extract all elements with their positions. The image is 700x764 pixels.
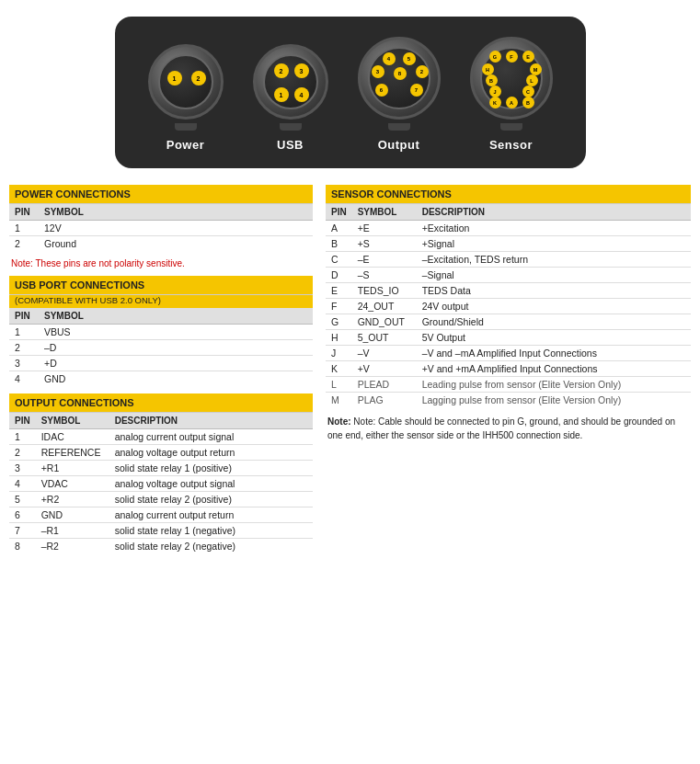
power-inner-ring: 1 2 xyxy=(158,54,213,109)
usb-row2-pin: 2 xyxy=(9,340,39,356)
power-section-header: POWER CONNECTIONS xyxy=(9,185,313,204)
sen-rG-sym: GND_OUT xyxy=(352,314,417,330)
sen-rM-pin: M xyxy=(326,393,352,408)
sen-rA-desc: +Excitation xyxy=(417,221,691,236)
usb-col-symbol: SYMBOL xyxy=(39,308,313,325)
power-col-pin: PIN xyxy=(9,204,39,221)
out-r2-desc: analog voltage output return xyxy=(109,445,313,461)
out-r6-desc: analog current output return xyxy=(109,507,313,523)
out-r5-sym: +R2 xyxy=(36,492,109,507)
sen-rB-desc: +Signal xyxy=(417,236,691,252)
out-r2-sym: REFERENCE xyxy=(36,445,109,461)
usb-col-pin: PIN xyxy=(9,308,39,325)
table-row: L PLEAD Leading pulse from sensor (Elite… xyxy=(326,377,691,393)
usb-pin-2: 2 xyxy=(274,63,289,78)
table-row: A +E +Excitation xyxy=(326,221,691,236)
sen-rL-pin: L xyxy=(326,377,352,393)
out-col-symbol: SYMBOL xyxy=(36,413,109,429)
power-col-symbol: SYMBOL xyxy=(39,204,313,221)
power-row1-pin: 1 xyxy=(9,221,39,236)
sensor-table: PIN SYMBOL DESCRIPTION A +E +Excitation … xyxy=(326,204,691,407)
table-row: C –E –Excitation, TEDS return xyxy=(326,252,691,268)
table-row: G GND_OUT Ground/Shield xyxy=(326,314,691,330)
tables-section: POWER CONNECTIONS PIN SYMBOL 1 12V 2 Gro… xyxy=(0,177,700,568)
power-connector: 1 2 Power xyxy=(148,44,224,152)
sen-rG-pin: G xyxy=(326,314,352,330)
sen-rG-desc: Ground/Shield xyxy=(417,314,691,330)
usb-section-header: USB PORT CONNECTIONS xyxy=(9,276,313,295)
usb-inner-ring: 2 3 1 4 xyxy=(263,54,318,109)
table-row: J –V –V and –mA Amplified Input Connecti… xyxy=(326,346,691,361)
table-row: 1 IDAC analog current output signal xyxy=(9,429,313,445)
sen-rM-sym: PLAG xyxy=(352,393,417,408)
power-tab xyxy=(175,123,197,131)
sensor-label: Sensor xyxy=(489,138,533,152)
sen-col-pin: PIN xyxy=(326,204,352,221)
table-row: 6 GND analog current output return xyxy=(9,507,313,523)
sen-rM-desc: Lagging pulse from sensor (Elite Version… xyxy=(417,393,691,408)
sen-rB-pin: B xyxy=(326,236,352,252)
out-pin-4: 4 xyxy=(383,52,396,65)
sen-pin-B-bot: B xyxy=(522,97,534,108)
output-section-header: OUTPUT CONNECTIONS xyxy=(9,393,313,413)
sen-rL-desc: Leading pulse from sensor (Elite Version… xyxy=(417,377,691,393)
usb-row1-pin: 1 xyxy=(9,325,39,340)
left-tables: POWER CONNECTIONS PIN SYMBOL 1 12V 2 Gro… xyxy=(9,185,322,561)
output-inner-ring: 4 5 3 8 2 6 7 xyxy=(368,47,430,109)
power-outer-ring: 1 2 xyxy=(148,44,224,120)
out-col-pin: PIN xyxy=(9,413,36,429)
usb-row4-pin: 4 xyxy=(9,371,39,387)
power-row2-pin: 2 xyxy=(9,236,39,252)
sensor-note: Note: Note: Cable should be connected to… xyxy=(326,415,691,442)
table-row: 1 VBUS xyxy=(9,325,313,340)
table-row: K +V +V and +mA Amplified Input Connecti… xyxy=(326,361,691,377)
usb-row1-symbol: VBUS xyxy=(39,325,313,340)
sen-rJ-desc: –V and –mA Amplified Input Connections xyxy=(417,346,691,361)
out-r3-pin: 3 xyxy=(9,461,36,476)
sen-rH-sym: 5_OUT xyxy=(352,330,417,346)
out-r5-desc: solid state relay 2 (positive) xyxy=(109,492,313,507)
output-tab xyxy=(388,123,410,131)
usb-outer-ring: 2 3 1 4 xyxy=(253,44,328,120)
sen-pin-A: A xyxy=(506,97,518,108)
usb-row4-symbol: GND xyxy=(39,371,313,387)
sen-rH-desc: 5V Output xyxy=(417,330,691,346)
out-r4-desc: analog voltage output signal xyxy=(109,476,313,492)
power-pin-2: 2 xyxy=(191,71,206,86)
out-r1-pin: 1 xyxy=(9,429,36,445)
out-pin-5: 5 xyxy=(403,52,416,65)
power-note: Note: These pins are not polarity sensit… xyxy=(9,258,313,268)
sen-rH-pin: H xyxy=(326,330,352,346)
sen-rK-desc: +V and +mA Amplified Input Connections xyxy=(417,361,691,377)
table-row: B +S +Signal xyxy=(326,236,691,252)
out-r7-desc: solid state relay 1 (negative) xyxy=(109,523,313,539)
usb-row3-pin: 3 xyxy=(9,356,39,371)
out-pin-2: 2 xyxy=(416,65,429,78)
table-row: F 24_OUT 24V output xyxy=(326,299,691,314)
sen-rF-desc: 24V output xyxy=(417,299,691,314)
power-row2-symbol: Ground xyxy=(39,236,313,252)
sensor-note-text: Note: Cable should be connected to pin G… xyxy=(327,416,675,440)
usb-section-subheader: (COMPATIBLE WITH USB 2.0 ONLY) xyxy=(9,295,313,308)
sen-rF-sym: 24_OUT xyxy=(352,299,417,314)
out-r1-desc: analog current output signal xyxy=(109,429,313,445)
sen-rK-pin: K xyxy=(326,361,352,377)
sen-rC-sym: –E xyxy=(352,252,417,268)
connector-diagram: 1 2 Power 2 3 1 4 USB xyxy=(0,0,700,177)
sen-rE-sym: TEDS_IO xyxy=(352,283,417,299)
usb-pin-3: 3 xyxy=(294,63,309,78)
out-r8-pin: 8 xyxy=(9,539,36,554)
table-row: 8 –R2 solid state relay 2 (negative) xyxy=(9,539,313,554)
sen-pin-K: K xyxy=(489,97,501,108)
sen-rJ-sym: –V xyxy=(352,346,417,361)
connector-box: 1 2 Power 2 3 1 4 USB xyxy=(115,17,586,168)
out-r5-pin: 5 xyxy=(9,492,36,507)
sen-rF-pin: F xyxy=(326,299,352,314)
table-row: 2 –D xyxy=(9,340,313,356)
table-row: 4 GND xyxy=(9,371,313,387)
out-r7-sym: –R1 xyxy=(36,523,109,539)
power-label: Power xyxy=(166,138,205,152)
out-r8-sym: –R2 xyxy=(36,539,109,554)
table-row: 2 Ground xyxy=(9,236,313,252)
out-r6-pin: 6 xyxy=(9,507,36,523)
